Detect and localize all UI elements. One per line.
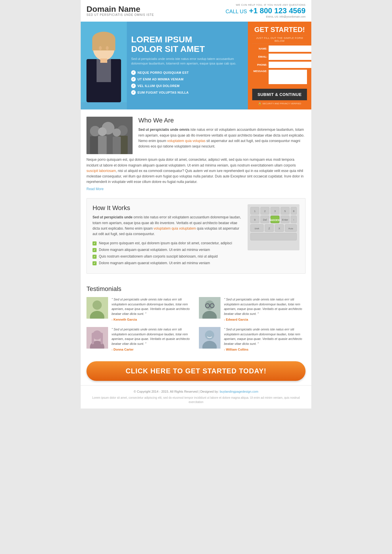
sq-check-4: [93, 261, 97, 265]
svg-text:8: 8: [293, 210, 294, 213]
testimonial-name-1: - Kenneth Garcia: [112, 318, 193, 321]
phone-number: CALL US +1 800 123 4569: [225, 6, 306, 15]
header-left: Domain Name SED UT PERSPICIATIS UNDE OMN…: [86, 5, 154, 16]
how-feature-1: Neque porro quisquam est, qui dolorem ip…: [93, 241, 242, 245]
read-more-link[interactable]: Read More: [86, 187, 306, 191]
testimonial-avatar-2: [199, 297, 220, 319]
svg-text:Del: Del: [263, 218, 267, 221]
testimonial-quote-4: " Sed ut perspiciatis unde omnis iste na…: [224, 327, 306, 346]
hero-description: Sed ut perspiciatis unde omnis iste natu…: [131, 56, 244, 66]
svg-point-18: [113, 128, 121, 137]
tagline: SED UT PERSPICIATIS UNDE OMNIS ISTE: [86, 13, 154, 16]
email-line: EMAIL US: info@yourdomain.com: [225, 15, 306, 18]
hero-title: LOREM IPSUM DOLOR SIT AMET: [131, 35, 244, 54]
testimonial-4: " Sed ut perspiciatis unde omnis iste na…: [199, 327, 306, 351]
designer-link[interactable]: buylandingpagedesign.com: [220, 390, 258, 393]
svg-point-51: [93, 300, 102, 310]
bold-start: Sed ut perspiciatis unde omnis: [138, 128, 189, 132]
phone-label: PHONE:: [252, 63, 267, 66]
message-field-group: MESSAGE:: [252, 70, 307, 84]
testimonials-section: Testimonials " Sed ut perspiciatis unde …: [81, 279, 311, 357]
email-input[interactable]: [269, 54, 311, 60]
hero-features-list: NEQUE PORRO QUISQUAM EST UT ENIM AD MINI…: [131, 70, 244, 97]
submit-button[interactable]: SUBMIT & CONTINUE: [252, 89, 307, 100]
hero-content: LOREM IPSUM DOLOR SIT AMET Sed ut perspi…: [127, 22, 248, 109]
svg-rect-19: [113, 137, 121, 154]
svg-text:2: 2: [264, 210, 265, 213]
testimonial-avatar-1: [86, 297, 108, 319]
testimonial-quote-2: " Sed ut perspiciatis unde omnis iste na…: [224, 297, 306, 316]
who-we-are-title: Who We Are: [138, 117, 306, 124]
check-icon-2: [131, 77, 136, 82]
how-right: Success 1 2 3 5 8 9 Del Enter ↑ Shift Z: [248, 204, 299, 268]
sq-check-1: [93, 241, 97, 245]
testimonial-2: " Sed ut perspiciatis unde omnis iste na…: [199, 297, 306, 321]
how-left: How It Works Sed ut perspiciatis unde om…: [93, 204, 242, 268]
lock-icon: 🔒: [258, 102, 261, 105]
form-title: GET STARTED!: [252, 26, 307, 33]
how-it-works-section: How It Works Sed ut perspiciatis unde om…: [86, 198, 306, 274]
email-label: EMAIL US:: [266, 15, 279, 18]
testimonial-content-1: " Sed ut perspiciatis unde omnis iste na…: [112, 297, 193, 321]
feature-4: EUM FUGIAT VOLUPTAS NULLA: [131, 90, 244, 95]
testimonial-avatar-4: [199, 327, 220, 349]
how-title: How It Works: [93, 204, 242, 212]
testimonial-avatar-3: [86, 327, 108, 349]
who-we-are-para1: Sed ut perspiciatis unde omnis iste natu…: [138, 127, 306, 149]
form-subtitle: JUST FILL OUT THE SIMPLE FORM BELOW: [252, 35, 307, 44]
hero-section: LOREM IPSUM DOLOR SIT AMET Sed ut perspi…: [81, 22, 311, 109]
who-we-are-para2: Neque porro quisquam est, qui dolorem ip…: [86, 157, 306, 185]
testimonial-quote-1: " Sed ut perspiciatis unde omnis iste na…: [112, 297, 193, 316]
link-2[interactable]: suscipit laboriosam: [86, 169, 116, 173]
svg-text:9: 9: [254, 218, 255, 221]
security-note: 🔒 SECURITY AND PRIVACY VERIFIED: [252, 102, 307, 105]
link-1[interactable]: voluptatem quia voluptas: [167, 139, 206, 143]
testimonial-content-4: " Sed ut perspiciatis unde omnis iste na…: [224, 327, 306, 351]
svg-text:Rule: Rule: [289, 227, 293, 230]
svg-point-7: [106, 46, 109, 50]
footer-small-text: Lorem ipsum dolor sit amet, consectetur …: [86, 396, 306, 404]
message-label: MESSAGE:: [252, 70, 267, 73]
testimonial-3: " Sed ut perspiciatis unde omnis iste na…: [86, 327, 193, 351]
svg-text:1: 1: [254, 210, 255, 213]
how-link[interactable]: voluptatem quia voluptatem: [154, 226, 196, 230]
svg-rect-17: [98, 136, 107, 154]
message-input[interactable]: [269, 70, 307, 84]
phone-input[interactable]: [269, 62, 311, 68]
footer: © Copyright 2014 - 2015. All Rights Rese…: [81, 385, 311, 409]
svg-text:Shift: Shift: [255, 227, 259, 230]
call-us-label: CALL US: [225, 9, 247, 14]
svg-point-6: [99, 46, 102, 50]
how-bold: Sed ut perspiciatis unde: [93, 215, 133, 219]
email-link[interactable]: info@yourdomain.com: [280, 15, 306, 18]
svg-rect-5: [92, 39, 115, 50]
check-icon-1: [131, 70, 136, 75]
check-icon-4: [131, 90, 136, 95]
svg-rect-63: [101, 333, 103, 344]
testimonial-name-3: - Donna Carter: [112, 348, 193, 351]
phone-digits: +1 800 123 4569: [249, 6, 306, 15]
svg-text:Enter: Enter: [282, 218, 288, 221]
help-text: WE CAN HELP YOU, IF YOU HAVE ANY QUESTIO…: [225, 3, 306, 6]
svg-text:5: 5: [284, 210, 286, 213]
email-label: EMAIL:: [252, 55, 267, 58]
who-we-are-section: Who We Are Sed ut perspiciatis unde omni…: [81, 109, 311, 198]
sq-check-3: [93, 255, 97, 259]
name-field-group: NAME:: [252, 46, 307, 52]
cta-button[interactable]: CLICK HERE TO GET STARTED TODAY!: [86, 361, 306, 381]
svg-point-65: [205, 330, 214, 340]
svg-point-16: [98, 127, 107, 136]
who-we-are-content: Who We Are Sed ut perspiciatis unde omni…: [86, 117, 306, 191]
who-top: Who We Are Sed ut perspiciatis unde omni…: [86, 117, 306, 154]
name-input[interactable]: [269, 46, 311, 52]
testimonials-title: Testimonials: [86, 285, 306, 293]
sq-check-2: [93, 248, 97, 252]
who-text: Who We Are Sed ut perspiciatis unde omni…: [138, 117, 306, 154]
how-feature-4: Dolore magnam aliquam quaerat voluptatem…: [93, 261, 242, 265]
header-right: WE CAN HELP YOU, IF YOU HAVE ANY QUESTIO…: [225, 3, 306, 18]
check-icon-3: [131, 84, 136, 88]
testimonial-name-2: - Edward Garcia: [224, 318, 306, 321]
svg-rect-8: [100, 58, 107, 63]
testimonials-grid: " Sed ut perspiciatis unde omnis iste na…: [86, 297, 306, 351]
testimonial-content-3: " Sed ut perspiciatis unde omnis iste na…: [112, 327, 193, 351]
